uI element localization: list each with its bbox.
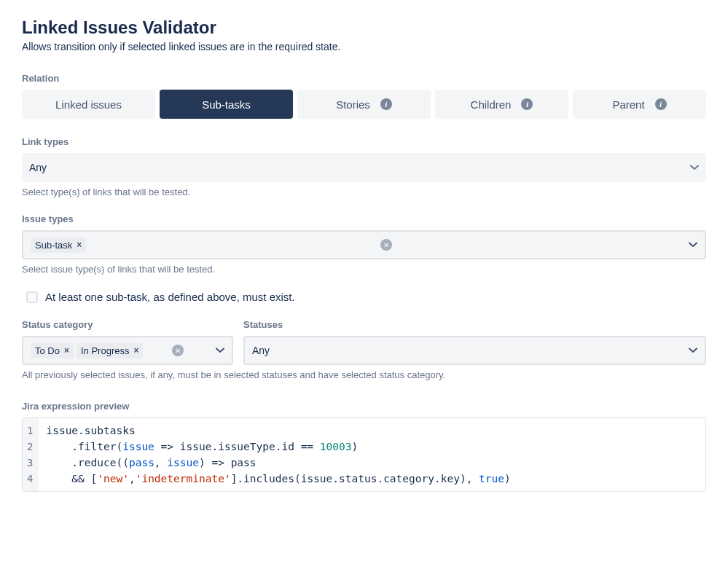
relation-tabs: Linked issues Sub-tasks Stories i Childr… bbox=[22, 90, 706, 119]
remove-chip-icon[interactable]: × bbox=[77, 240, 82, 250]
must-exist-label: At least one sub-task, as defined above,… bbox=[45, 291, 295, 303]
statuses-select[interactable]: Any bbox=[243, 336, 706, 365]
issue-types-label: Issue types bbox=[22, 213, 706, 224]
chevron-down-icon bbox=[689, 347, 697, 355]
chip-todo: To Do × bbox=[31, 343, 74, 358]
tab-children[interactable]: Children i bbox=[435, 90, 568, 119]
chevron-down-icon bbox=[690, 164, 699, 172]
tab-label: Parent bbox=[612, 98, 644, 111]
tab-label: Stories bbox=[336, 98, 370, 111]
clear-all-icon[interactable]: ✕ bbox=[380, 239, 392, 251]
line-number: 4 bbox=[27, 471, 33, 487]
remove-chip-icon[interactable]: × bbox=[64, 345, 69, 356]
tab-label: Sub-tasks bbox=[202, 98, 251, 111]
line-number: 2 bbox=[27, 439, 33, 455]
info-icon[interactable]: i bbox=[380, 98, 392, 110]
chip-in-progress: In Progress × bbox=[77, 343, 144, 358]
remove-chip-icon[interactable]: × bbox=[133, 345, 138, 356]
code-line: issue.subtasks bbox=[46, 425, 135, 436]
expr-label: Jira expression preview bbox=[22, 401, 706, 412]
code-line: .reduce((pass, issue) => pass bbox=[46, 457, 256, 468]
chip-label: Sub-task bbox=[35, 240, 72, 251]
line-number: 1 bbox=[27, 423, 33, 439]
statuses-label: Statuses bbox=[243, 319, 706, 330]
line-gutter: 1 2 3 4 bbox=[23, 418, 39, 491]
status-category-select[interactable]: To Do × In Progress × ✕ bbox=[22, 336, 233, 365]
statuses-value: Any bbox=[252, 345, 270, 356]
page-subtitle: Allows transition only if selected linke… bbox=[22, 41, 706, 52]
issue-types-helper: Select issue type(s) of links that will … bbox=[22, 264, 706, 275]
info-icon[interactable]: i bbox=[655, 98, 667, 110]
page-title: Linked Issues Validator bbox=[22, 17, 706, 38]
link-types-label: Link types bbox=[22, 136, 706, 147]
code-line: && ['new','indeterminate'].includes(issu… bbox=[46, 473, 510, 484]
chevron-down-icon bbox=[689, 241, 697, 249]
chip-label: In Progress bbox=[81, 345, 129, 356]
link-types-helper: Select type(s) of links that will be tes… bbox=[22, 187, 706, 197]
tab-label: Children bbox=[471, 98, 512, 111]
line-number: 3 bbox=[27, 455, 33, 471]
chevron-down-icon bbox=[216, 347, 224, 355]
code-editor: 1 2 3 4 issue.subtasks .filter(issue => … bbox=[22, 417, 706, 492]
tab-parent[interactable]: Parent i bbox=[573, 90, 706, 119]
link-types-select[interactable]: Any bbox=[22, 153, 706, 182]
clear-all-icon[interactable]: ✕ bbox=[172, 345, 184, 356]
relation-label: Relation bbox=[22, 73, 706, 84]
chip-label: To Do bbox=[35, 345, 60, 356]
tab-label: Linked issues bbox=[55, 98, 122, 111]
link-types-value: Any bbox=[29, 162, 47, 173]
must-exist-checkbox[interactable] bbox=[26, 291, 38, 303]
status-helper: All previously selected issues, if any, … bbox=[22, 369, 706, 380]
issue-types-select[interactable]: Sub-task × ✕ bbox=[22, 230, 706, 259]
tab-stories[interactable]: Stories i bbox=[297, 90, 431, 119]
chip-sub-task: Sub-task × bbox=[31, 238, 86, 253]
code-line: .filter(issue => issue.issueType.id == 1… bbox=[46, 441, 358, 452]
tab-linked-issues[interactable]: Linked issues bbox=[22, 90, 155, 119]
tab-sub-tasks[interactable]: Sub-tasks bbox=[160, 90, 293, 119]
code-content[interactable]: issue.subtasks .filter(issue => issue.is… bbox=[39, 418, 517, 491]
status-category-label: Status category bbox=[22, 319, 233, 330]
info-icon[interactable]: i bbox=[521, 98, 533, 110]
